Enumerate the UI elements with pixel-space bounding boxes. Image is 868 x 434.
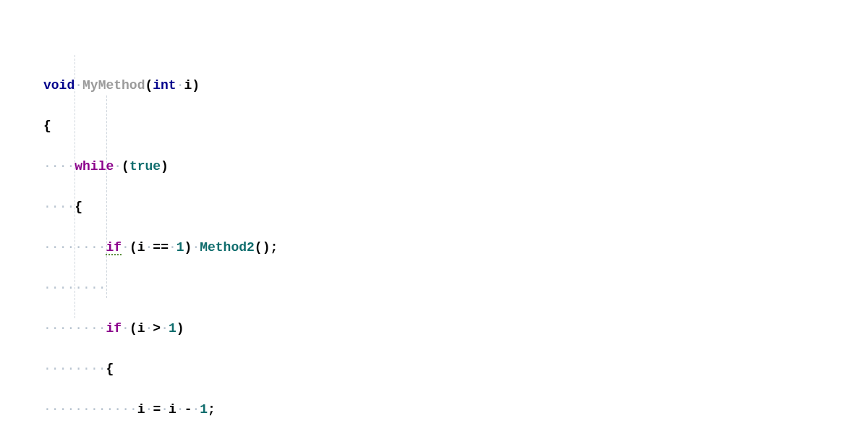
keyword-if: if (106, 321, 122, 336)
code-line: { (43, 116, 868, 136)
paren-open: ( (145, 78, 153, 93)
paren-close: ) (161, 159, 169, 174)
literal-true: true (129, 159, 161, 174)
whitespace-dot: · (67, 281, 75, 295)
literal-one: 1 (169, 321, 176, 336)
whitespace-dot: · (82, 402, 90, 417)
whitespace-dot: · (51, 321, 59, 336)
paren-close: ) (184, 240, 192, 255)
whitespace-dot: · (51, 200, 59, 214)
whitespace-dot: · (43, 321, 51, 336)
whitespace-dot: · (98, 321, 106, 336)
whitespace-dot: · (114, 402, 122, 417)
whitespace-dot: · (176, 78, 184, 93)
whitespace-dot: · (129, 402, 137, 417)
whitespace-dot: · (82, 362, 90, 376)
whitespace-dot: · (98, 362, 106, 376)
whitespace-dot: · (90, 402, 98, 417)
method-name: MyMethod (82, 78, 145, 93)
keyword-while: while (75, 159, 114, 174)
whitespace-dot: · (82, 240, 90, 255)
paren-open: ( (255, 240, 263, 255)
brace-open: { (43, 119, 51, 133)
whitespace-dot: · (59, 240, 67, 255)
identifier-i: i (184, 78, 192, 93)
whitespace-dot: · (59, 159, 67, 174)
code-line: void·MyMethod(int·i) (43, 75, 868, 95)
whitespace-dot: · (67, 240, 75, 255)
operator-eq: == (153, 240, 169, 255)
whitespace-dot: · (43, 159, 51, 174)
whitespace-dot: · (67, 402, 75, 417)
whitespace-dot: · (51, 362, 59, 376)
code-line: ····{ (43, 197, 868, 217)
whitespace-dot: · (43, 200, 51, 214)
whitespace-dot: · (59, 362, 67, 376)
whitespace-dot: · (59, 402, 67, 417)
identifier-i: i (137, 402, 145, 417)
whitespace-dot: · (176, 402, 184, 417)
whitespace-dot: · (59, 200, 67, 214)
literal-one: 1 (200, 402, 208, 417)
paren-close: ) (192, 78, 200, 93)
identifier-i: i (137, 321, 145, 336)
whitespace-dot: · (161, 402, 169, 417)
whitespace-dot: · (98, 281, 106, 295)
whitespace-dot: · (75, 362, 82, 376)
keyword-void: void (43, 78, 75, 93)
code-line: ········if·(i·>·1) (43, 318, 868, 339)
paren-open: ( (129, 240, 137, 255)
whitespace-dot: · (145, 402, 153, 417)
whitespace-dot: · (67, 159, 75, 174)
identifier-i: i (137, 240, 145, 255)
whitespace-dot: · (67, 362, 75, 376)
whitespace-dot: · (90, 362, 98, 376)
whitespace-dot: · (82, 281, 90, 295)
whitespace-dot: · (106, 402, 114, 417)
whitespace-dot: · (59, 321, 67, 336)
code-line: ············i·=·i·-·1; (43, 399, 868, 420)
whitespace-dot: · (51, 402, 59, 417)
whitespace-dot: · (67, 200, 75, 214)
operator-gt: > (153, 321, 161, 336)
whitespace-dot: · (51, 159, 59, 174)
whitespace-dot: · (75, 281, 82, 295)
whitespace-dot: · (90, 281, 98, 295)
whitespace-dot: · (169, 240, 176, 255)
paren-open: ( (122, 159, 129, 174)
code-line: ········{ (43, 359, 868, 379)
whitespace-dot: · (43, 281, 51, 295)
whitespace-dot: · (98, 402, 106, 417)
whitespace-dot: · (59, 281, 67, 295)
whitespace-dot: · (51, 281, 59, 295)
whitespace-dot: · (82, 321, 90, 336)
identifier-i: i (169, 402, 176, 417)
whitespace-dot: · (114, 159, 122, 174)
semicolon: ; (208, 402, 216, 417)
brace-open: { (106, 362, 114, 376)
whitespace-dot: · (145, 321, 153, 336)
keyword-int: int (153, 78, 176, 93)
whitespace-dot: · (51, 240, 59, 255)
whitespace-dot: · (192, 402, 200, 417)
whitespace-dot: · (192, 240, 200, 255)
whitespace-dot: · (75, 321, 82, 336)
whitespace-dot: · (122, 321, 129, 336)
keyword-if: if (106, 240, 122, 255)
whitespace-dot: · (75, 402, 82, 417)
brace-open: { (75, 200, 82, 214)
whitespace-dot: · (43, 240, 51, 255)
operator-assign: = (153, 402, 161, 417)
whitespace-dot: · (75, 240, 82, 255)
whitespace-dot: · (122, 240, 129, 255)
paren-close: ) (263, 240, 271, 255)
whitespace-dot: · (90, 321, 98, 336)
semicolon: ; (270, 240, 278, 255)
code-line: ········if·(i·==·1)·Method2(); (43, 237, 868, 258)
paren-close: ) (176, 321, 184, 336)
code-line: ····while·(true) (43, 156, 868, 176)
method-call: Method2 (200, 240, 255, 255)
whitespace-dot: · (43, 362, 51, 376)
code-line: ········ (43, 278, 868, 298)
whitespace-dot: · (90, 240, 98, 255)
